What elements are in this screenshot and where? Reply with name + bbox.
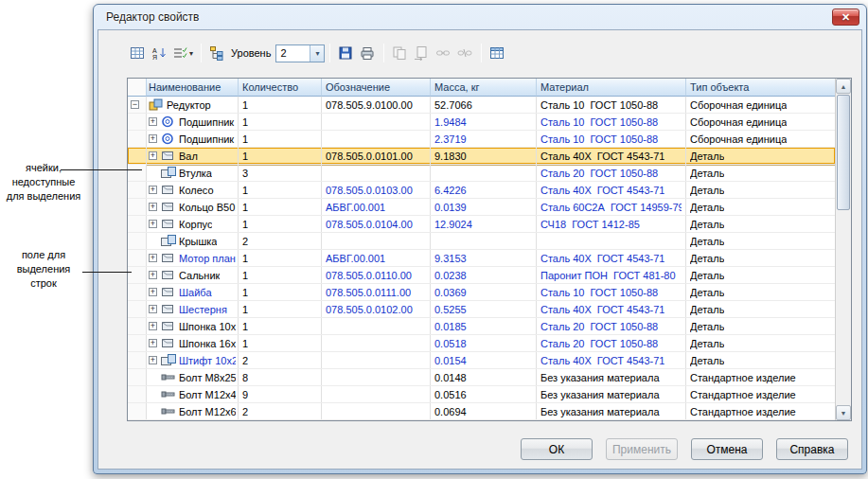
table-row[interactable]: Болт М12х4...90.0516Без указания материа… — [128, 386, 835, 403]
row-selector-cell[interactable] — [128, 216, 147, 232]
material-cell[interactable]: Без указания материала — [537, 386, 686, 402]
mass-cell[interactable] — [431, 165, 537, 181]
save-button[interactable] — [335, 43, 356, 63]
column-header-designation[interactable]: Обозначение — [322, 79, 431, 97]
type-cell[interactable]: Деталь — [686, 352, 835, 368]
material-cell[interactable]: Паронит ПОН ГОСТ 481-80 — [537, 267, 686, 283]
name-cell[interactable]: +Шестерня — [147, 301, 239, 317]
filter-list-button[interactable]: ▾ — [170, 43, 195, 63]
type-cell[interactable]: Деталь — [686, 301, 835, 317]
close-button[interactable]: ✕ — [832, 9, 859, 26]
row-selector-cell[interactable] — [128, 250, 147, 266]
designation-cell[interactable]: 078.505.0.0101.00 — [322, 148, 431, 164]
quantity-cell[interactable]: 1 — [239, 182, 322, 198]
chevron-down-icon[interactable]: ▾ — [310, 45, 324, 62]
row-selector-cell[interactable] — [128, 233, 147, 249]
name-cell[interactable]: +Колесо — [147, 182, 239, 198]
quantity-cell[interactable]: 1 — [239, 301, 322, 317]
expand-toggle[interactable]: + — [149, 151, 157, 160]
quantity-cell[interactable]: 1 — [239, 250, 322, 266]
mass-cell[interactable]: 0.0369 — [431, 284, 537, 300]
designation-cell[interactable]: 078.505.0.0111.00 — [322, 284, 431, 300]
type-cell[interactable]: Стандартное изделие — [686, 403, 835, 419]
designation-cell[interactable] — [322, 369, 431, 385]
quantity-cell[interactable]: 1 — [239, 216, 322, 232]
help-button[interactable]: Справка — [776, 438, 848, 460]
material-cell[interactable]: Сталь 10 ГОСТ 1050-88 — [537, 114, 686, 130]
quantity-cell[interactable]: 2 — [239, 403, 322, 419]
table-row[interactable]: +Шестерня1078.505.0.0102.000.5255Сталь 4… — [128, 301, 835, 318]
quantity-cell[interactable]: 1 — [239, 335, 322, 351]
table-row[interactable]: +Колесо1078.505.0.0103.006.4226Сталь 40Х… — [128, 182, 835, 199]
designation-cell[interactable]: АБВГ.00.001 — [322, 250, 431, 266]
expand-toggle[interactable]: + — [149, 356, 157, 364]
column-header-material[interactable]: Материал — [537, 79, 686, 97]
mass-cell[interactable]: 9.3153 — [431, 250, 537, 266]
scroll-up-button[interactable]: ▲ — [836, 79, 851, 94]
report-button[interactable] — [487, 43, 507, 63]
designation-cell[interactable] — [322, 131, 431, 147]
mass-cell[interactable]: 0.0694 — [431, 403, 537, 419]
material-cell[interactable]: Сталь 20 ГОСТ 1050-88 — [537, 335, 686, 351]
row-selector-cell[interactable]: − — [128, 97, 147, 113]
table-row[interactable]: Втулка3Сталь 20 ГОСТ 1050-88Деталь — [128, 165, 835, 182]
designation-cell[interactable] — [322, 318, 431, 334]
type-cell[interactable]: Деталь — [686, 318, 835, 334]
material-cell[interactable]: Сталь 10 ГОСТ 1050-88 — [537, 284, 686, 300]
scroll-down-button[interactable]: ▼ — [836, 405, 851, 420]
titlebar[interactable]: Редактор свойств ✕ — [94, 5, 866, 29]
table-row[interactable]: +Подшипник ...11.9484Сталь 10 ГОСТ 1050-… — [128, 114, 835, 131]
mass-cell[interactable]: 9.1830 — [431, 148, 537, 164]
name-cell[interactable]: Редуктор — [147, 97, 239, 113]
designation-cell[interactable] — [322, 233, 431, 249]
vertical-scrollbar[interactable]: ▲ ▼ — [835, 79, 851, 420]
table-row[interactable]: Крышка2Деталь — [128, 233, 835, 250]
type-cell[interactable]: Сборочная единица — [686, 97, 835, 113]
quantity-cell[interactable]: 9 — [239, 386, 322, 402]
type-cell[interactable]: Деталь — [686, 284, 835, 300]
quantity-cell[interactable]: 1 — [239, 318, 322, 334]
selector-column-header[interactable] — [128, 79, 147, 97]
type-cell[interactable]: Деталь — [686, 267, 835, 283]
expand-toggle[interactable]: + — [149, 271, 157, 279]
designation-cell[interactable] — [322, 352, 431, 368]
expand-toggle[interactable]: + — [149, 203, 157, 211]
expand-toggle[interactable]: + — [149, 305, 157, 313]
column-header-name[interactable]: Наименование — [147, 79, 239, 97]
name-cell[interactable]: +Сальник — [147, 267, 239, 283]
type-cell[interactable]: Стандартное изделие — [686, 386, 835, 402]
designation-cell[interactable]: 078.505.0.0103.00 — [322, 182, 431, 198]
table-row[interactable]: +Шпонка 16x...10.0518Сталь 20 ГОСТ 1050-… — [128, 335, 835, 352]
quantity-cell[interactable]: 1 — [239, 267, 322, 283]
type-cell[interactable]: Деталь — [686, 182, 835, 198]
mass-cell[interactable]: 0.0516 — [431, 386, 537, 402]
table-row[interactable]: +Подшипник ...12.3719Сталь 10 ГОСТ 1050-… — [128, 131, 835, 148]
material-cell[interactable]: Сталь 10 ГОСТ 1050-88 — [537, 131, 686, 147]
mass-cell[interactable]: 0.0518 — [431, 335, 537, 351]
type-cell[interactable]: Деталь — [686, 250, 835, 266]
material-cell[interactable]: Сталь 20 ГОСТ 1050-88 — [537, 165, 686, 181]
mass-cell[interactable]: 0.0139 — [431, 199, 537, 215]
type-cell[interactable]: Деталь — [686, 199, 835, 215]
name-cell[interactable]: +Мотор план... — [147, 250, 239, 266]
row-selector-cell[interactable] — [128, 284, 147, 300]
name-cell[interactable]: +Кольцо В50... — [147, 199, 239, 215]
row-selector-cell[interactable] — [128, 182, 147, 198]
table-row[interactable]: −Редуктор1078.505.9.0100.0052.7066Сталь … — [128, 97, 835, 114]
name-cell[interactable]: Болт М12х6... — [147, 403, 239, 419]
row-selector-cell[interactable] — [128, 148, 147, 164]
material-cell[interactable] — [537, 233, 686, 249]
table-row[interactable]: +Мотор план...1АБВГ.00.0019.3153Сталь 40… — [128, 250, 835, 267]
material-cell[interactable]: Без указания материала — [537, 403, 686, 419]
table-row[interactable]: +Шпонка 10x...10.0185Сталь 20 ГОСТ 1050-… — [128, 318, 835, 335]
row-selector-cell[interactable] — [128, 165, 147, 181]
quantity-cell[interactable]: 1 — [239, 148, 322, 164]
designation-cell[interactable]: АБВГ.00.001 — [322, 199, 431, 215]
collapse-toggle[interactable]: − — [131, 100, 139, 109]
name-cell[interactable]: +Шайба — [147, 284, 239, 300]
quantity-cell[interactable]: 8 — [239, 369, 322, 385]
column-header-quantity[interactable]: Количество — [239, 79, 322, 97]
print-button[interactable] — [357, 43, 378, 63]
material-cell[interactable]: Сталь 10 ГОСТ 1050-88 — [537, 97, 686, 113]
material-cell[interactable]: Сталь 20 ГОСТ 1050-88 — [537, 318, 686, 334]
